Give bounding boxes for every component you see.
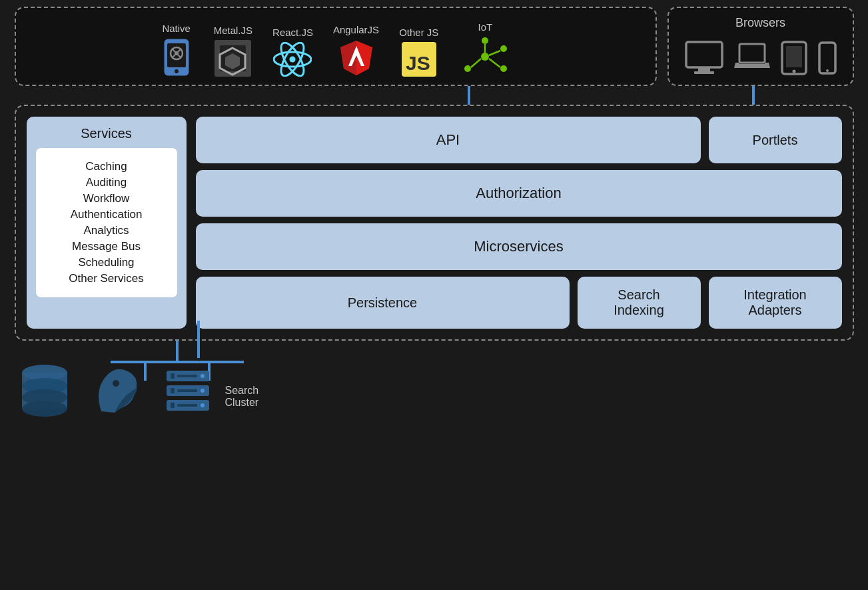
persistence-label: Persistence: [348, 295, 418, 311]
svg-point-21: [482, 37, 488, 44]
bottom-row: Persistence SearchIndexing IntegrationAd…: [196, 277, 842, 329]
svg-point-24: [464, 65, 471, 72]
otherjs-label: Other JS: [399, 27, 438, 38]
svg-rect-46: [177, 375, 197, 377]
svg-rect-36: [819, 43, 835, 73]
svg-point-23: [500, 65, 507, 72]
browser-icons-row: [685, 41, 837, 75]
bottom-section: SearchCluster: [15, 341, 854, 421]
services-panel: Services Caching Auditing Workflow Authe…: [27, 117, 187, 329]
svg-rect-45: [171, 373, 175, 379]
db-icons-row: SearchCluster: [15, 358, 259, 421]
svg-point-43: [113, 380, 119, 387]
native-label: Native: [162, 23, 191, 34]
svg-point-37: [826, 69, 829, 72]
client-reactjs: React.JS: [272, 27, 313, 77]
persistence-box: Persistence: [196, 277, 570, 329]
svg-rect-29: [686, 42, 722, 67]
client-otherjs: Other JS JS: [399, 27, 438, 77]
svg-point-22: [500, 45, 507, 52]
search-vert-conn: [197, 321, 200, 358]
svg-rect-54: [177, 404, 197, 407]
portlets-label: Portlets: [753, 133, 798, 148]
iot-icon: [458, 37, 512, 77]
top-connectors: [15, 86, 851, 105]
search-indexing-label: SearchIndexing: [614, 287, 664, 318]
service-messagebus: Message Bus: [72, 240, 141, 253]
main-architecture-box: Services Caching Auditing Workflow Authe…: [15, 105, 854, 341]
svg-point-14: [290, 57, 296, 63]
svg-point-2: [175, 69, 179, 73]
svg-line-27: [489, 59, 500, 67]
reactjs-label: React.JS: [272, 27, 313, 38]
svg-line-28: [471, 59, 481, 67]
phone-icon: [159, 38, 194, 77]
angular-icon: [339, 39, 374, 77]
svg-point-34: [792, 70, 795, 73]
authorization-label: Authorization: [476, 185, 561, 202]
api-box: API: [196, 117, 701, 163]
api-label: API: [436, 131, 460, 149]
js-icon: JS: [402, 42, 436, 77]
metaljs-icon: [215, 40, 251, 77]
svg-rect-50: [177, 389, 197, 392]
connector-right: [752, 86, 755, 105]
phone-sm-icon: [818, 41, 837, 75]
laptop-icon: [734, 43, 770, 73]
react-icon: [273, 42, 312, 77]
api-portlets-row: API Portlets: [196, 117, 842, 163]
tablet-icon: [781, 41, 807, 75]
authorization-box: Authorization: [196, 170, 842, 217]
main-wrapper: Native Metal.JS: [15, 7, 854, 421]
svg-rect-30: [698, 67, 710, 71]
search-indexing-box: SearchIndexing: [578, 277, 701, 329]
service-analytics: Analytics: [83, 224, 129, 237]
right-content: API Portlets Authorization Microservices…: [196, 117, 842, 329]
service-auditing: Auditing: [86, 176, 127, 189]
client-angularjs: AngularJS: [333, 24, 379, 77]
service-caching: Caching: [85, 160, 127, 173]
svg-point-6: [175, 51, 179, 55]
svg-rect-35: [786, 46, 802, 67]
integration-adapters-label: IntegrationAdapters: [743, 287, 807, 318]
service-authentication: Authentication: [71, 208, 143, 221]
svg-line-26: [489, 51, 500, 55]
service-other: Other Services: [69, 272, 143, 285]
iot-label: IoT: [478, 21, 492, 33]
microservices-box: Microservices: [196, 223, 842, 270]
service-workflow: Workflow: [83, 192, 130, 205]
database-icon-1: [15, 361, 75, 421]
integration-adapters-box: IntegrationAdapters: [709, 277, 842, 329]
services-title: Services: [81, 126, 132, 141]
svg-point-20: [481, 53, 489, 61]
svg-rect-31: [694, 71, 714, 74]
connector-left: [468, 86, 470, 105]
client-icons-row: Native Metal.JS: [159, 21, 512, 77]
angularjs-label: AngularJS: [333, 24, 379, 35]
svg-point-55: [201, 403, 205, 407]
browsers-box: Browsers: [667, 7, 854, 86]
svg-point-42: [22, 389, 67, 405]
search-cluster-label: SearchCluster: [225, 385, 259, 409]
microservices-label: Microservices: [474, 238, 563, 255]
svg-rect-49: [171, 388, 175, 393]
service-scheduling: Scheduling: [78, 256, 134, 269]
search-cluster-group: SearchCluster: [161, 367, 259, 421]
svg-rect-53: [171, 403, 175, 408]
monitor-icon: [685, 41, 723, 75]
browsers-title: Browsers: [735, 16, 785, 30]
client-native: Native: [159, 23, 194, 77]
svg-rect-32: [739, 44, 765, 63]
portlets-box: Portlets: [709, 117, 842, 163]
svg-text:JS: JS: [406, 52, 430, 74]
client-iot: IoT: [458, 21, 512, 77]
document-icon: [88, 358, 148, 418]
server-rack-icon: [161, 367, 215, 421]
metaljs-label: Metal.JS: [214, 25, 252, 36]
top-section: Native Metal.JS: [15, 7, 854, 86]
svg-point-51: [201, 389, 205, 393]
services-list-box: Caching Auditing Workflow Authentication…: [36, 148, 177, 297]
clients-box: Native Metal.JS: [15, 7, 657, 86]
svg-point-47: [201, 374, 205, 378]
client-metaljs: Metal.JS: [214, 25, 252, 77]
